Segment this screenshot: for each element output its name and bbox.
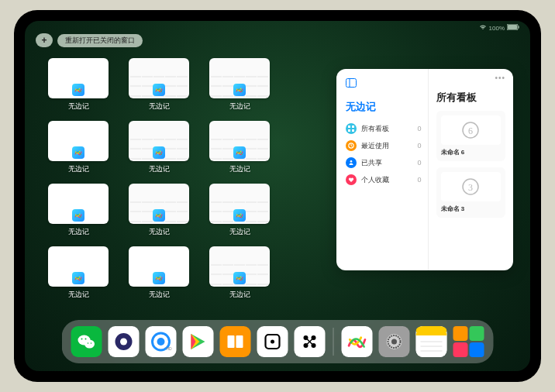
- sidebar-item[interactable]: 所有看板0: [346, 120, 422, 137]
- dock-wechat-icon[interactable]: [71, 326, 102, 357]
- freeform-app-icon: [72, 272, 84, 284]
- svg-rect-8: [352, 129, 354, 132]
- app-label: 无边记: [149, 101, 170, 112]
- dock-qqbrowser-icon[interactable]: HD: [146, 326, 177, 357]
- svg-rect-26: [228, 335, 235, 348]
- battery-icon: [507, 24, 519, 32]
- board-card[interactable]: 3未命名 3: [436, 167, 505, 218]
- board-card[interactable]: 6未命名 6: [436, 111, 505, 161]
- freeform-app-icon: [233, 209, 246, 222]
- sidebar-item-count: 0: [418, 142, 422, 150]
- top-left-controls: + 重新打开已关闭的窗口: [36, 33, 143, 47]
- app-window-thumb[interactable]: 无边记: [208, 121, 271, 174]
- app-window-thumb[interactable]: 无边记: [208, 58, 271, 112]
- app-label: 无边记: [68, 290, 89, 300]
- sidebar-title: 无边记: [346, 100, 422, 114]
- status-bar: 100%: [25, 24, 530, 32]
- app-window-thumb[interactable]: 无边记: [208, 246, 271, 300]
- svg-rect-3: [346, 79, 357, 88]
- app-label: 无边记: [149, 227, 170, 237]
- dock-freeform-icon[interactable]: [342, 326, 373, 357]
- sidebar-item-count: 0: [418, 159, 422, 167]
- svg-text:3: 3: [468, 182, 473, 193]
- app-label: 无边记: [149, 290, 170, 300]
- dock-books-icon[interactable]: [220, 326, 251, 357]
- svg-point-10: [350, 160, 353, 163]
- app-window-thumb[interactable]: 无边记: [127, 246, 191, 300]
- app-switcher-grid: 无边记无边记无边记无边记无边记无边记无边记无边记无边记无边记无边记无边记: [47, 58, 271, 300]
- dock: HD: [62, 320, 494, 363]
- app-window-thumb[interactable]: 无边记: [47, 121, 110, 174]
- app-window-thumb[interactable]: 无边记: [47, 246, 110, 300]
- app-window-thumb[interactable]: 无边记: [127, 121, 191, 174]
- freeform-app-icon: [153, 84, 165, 96]
- app-label: 无边记: [229, 290, 250, 300]
- svg-point-19: [88, 342, 89, 344]
- app-label: 无边记: [68, 164, 89, 174]
- svg-point-22: [120, 339, 127, 346]
- dock-separator: [333, 328, 334, 356]
- screen: 100% + 重新打开已关闭的窗口 无边记无边记无边记无边记无边记无边记无边记无…: [25, 21, 530, 371]
- app-window-thumb[interactable]: 无边记: [127, 58, 191, 112]
- svg-text:6: 6: [468, 126, 473, 136]
- sidebar-item-label: 最近使用: [361, 141, 389, 151]
- board-preview: 3: [441, 172, 501, 201]
- app-window-thumb[interactable]: 无边记: [47, 58, 110, 112]
- freeform-app-icon: [153, 146, 165, 159]
- dock-notes-icon[interactable]: [416, 326, 447, 357]
- svg-point-16: [84, 340, 95, 349]
- freeform-panel[interactable]: 无边记 所有看板0最近使用0已共享0个人收藏0 ••• 所有看板 6未命名 63…: [336, 69, 513, 270]
- ipad-device: 100% + 重新打开已关闭的窗口 无边记无边记无边记无边记无边记无边记无边记无…: [14, 10, 541, 382]
- sidebar-item-label: 所有看板: [361, 124, 389, 134]
- freeform-app-icon: [233, 272, 246, 284]
- board-name: 未命名 3: [441, 205, 501, 213]
- panel-sidebar: 无边记 所有看板0最近使用0已共享0个人收藏0: [336, 69, 429, 270]
- sidebar-item[interactable]: 最近使用0: [346, 137, 422, 154]
- app-label: 无边记: [149, 164, 170, 174]
- freeform-app-icon: [233, 146, 246, 159]
- app-library-icon[interactable]: [453, 326, 484, 357]
- svg-point-18: [85, 339, 87, 340]
- app-window-thumb[interactable]: 无边记: [127, 184, 191, 237]
- svg-point-20: [91, 342, 92, 344]
- sidebar-item[interactable]: 个人收藏0: [346, 171, 422, 188]
- svg-rect-1: [508, 25, 517, 29]
- app-window-thumb[interactable]: 无边记: [47, 184, 110, 237]
- dock-play-icon[interactable]: [183, 326, 214, 357]
- app-label: 无边记: [229, 164, 250, 174]
- dock-quark-icon[interactable]: [109, 326, 140, 357]
- grid-icon: [346, 123, 357, 134]
- content-title: 所有看板: [436, 91, 505, 105]
- dock-settings-icon[interactable]: [379, 326, 410, 357]
- battery-text: 100%: [489, 25, 505, 32]
- more-icon[interactable]: •••: [495, 74, 505, 82]
- sidebar-item-label: 已共享: [361, 158, 382, 168]
- board-name: 未命名 6: [441, 148, 501, 156]
- reopen-closed-button[interactable]: 重新打开已关闭的窗口: [57, 34, 143, 47]
- sidebar-item[interactable]: 已共享0: [346, 154, 422, 171]
- sidebar-toggle-icon[interactable]: [346, 77, 357, 91]
- freeform-app-icon: [72, 209, 84, 222]
- app-label: 无边记: [229, 227, 250, 237]
- app-label: 无边记: [229, 101, 250, 112]
- svg-point-24: [157, 338, 165, 346]
- wifi-icon: [479, 24, 487, 32]
- freeform-app-icon: [72, 146, 84, 159]
- dock-dice-icon[interactable]: [257, 326, 288, 357]
- freeform-app-icon: [233, 84, 246, 96]
- svg-point-17: [81, 339, 83, 340]
- svg-rect-41: [416, 333, 447, 335]
- sidebar-item-count: 0: [418, 176, 422, 184]
- board-preview: 6: [441, 115, 501, 145]
- svg-rect-6: [352, 126, 354, 128]
- app-window-thumb[interactable]: 无边记: [208, 184, 271, 237]
- freeform-app-icon: [153, 272, 165, 284]
- share-icon: [346, 157, 357, 168]
- clock-icon: [346, 140, 357, 151]
- svg-rect-2: [519, 26, 519, 29]
- new-window-button[interactable]: +: [36, 33, 53, 47]
- svg-text:HD: HD: [167, 346, 173, 351]
- panel-content: ••• 所有看板 6未命名 63未命名 3: [429, 69, 513, 270]
- freeform-app-icon: [153, 209, 165, 222]
- dock-dots-icon[interactable]: [295, 326, 326, 357]
